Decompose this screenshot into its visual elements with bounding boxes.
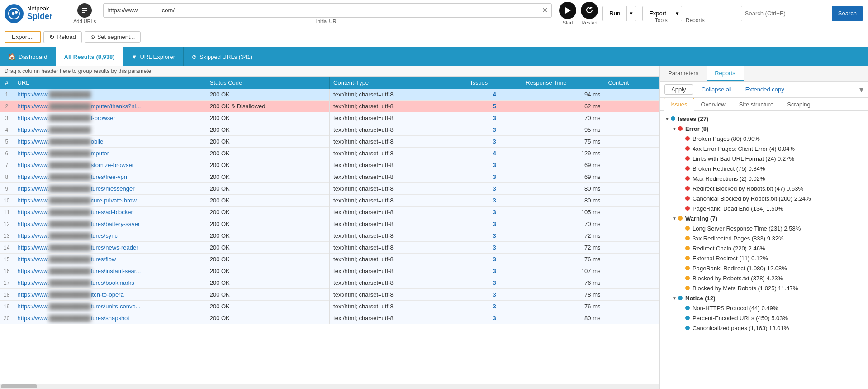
cell-url[interactable]: https://www.██████████mputer [14,148,206,159]
table-row[interactable]: 3https://www.██████████t-browser200 OKte… [0,112,659,124]
cell-issues[interactable]: 3 [467,218,522,230]
tree-notice-section[interactable]: ▼ Notice (12) [660,293,868,303]
table-row[interactable]: 11https://www.██████████tures/ad-blocker… [0,207,659,218]
table-row[interactable]: 19https://www.██████████tures/units-conv… [0,301,659,312]
tree-pagerank-redirect[interactable]: PageRank: Redirect (1,080) 12.08% [660,263,868,273]
table-row[interactable]: 14https://www.██████████tures/news-reade… [0,242,659,254]
right-tab-reports[interactable]: Reports [707,66,744,81]
cell-issues[interactable]: 3 [467,112,522,124]
table-row[interactable]: 13https://www.██████████tures/sync200 OK… [0,230,659,242]
tree-external-redirect[interactable]: External Redirect (11) 0.12% [660,253,868,263]
cell-url[interactable]: https://www.██████████tures/units-conve.… [14,301,206,312]
table-row[interactable]: 15https://www.██████████tures/flow200 OK… [0,254,659,265]
tree-percent-encoded[interactable]: Percent-Encoded URLs (450) 5.03% [660,313,868,323]
tree-pagerank-dead-end[interactable]: PageRank: Dead End (134) 1.50% [660,203,868,213]
tab-dashboard[interactable]: 🏠 Dashboard [0,47,56,66]
extended-copy-button[interactable]: Extended copy [740,84,789,95]
table-container[interactable]: # URL Status Code Content-Type Issues Re… [0,77,659,384]
search-button[interactable]: Search [832,6,863,21]
cell-url[interactable]: https://www.██████████tures/instant-sear… [14,265,206,277]
clear-url-button[interactable]: ✕ [542,7,548,14]
cell-url[interactable]: https://www.██████████stomize-browser [14,159,206,171]
col-content[interactable]: Content [604,77,659,89]
cell-issues[interactable]: 3 [467,254,522,265]
cell-url[interactable]: https://www.██████████tures/free-vpn [14,171,206,183]
cell-url[interactable]: https://www.██████████cure-private-brow.… [14,195,206,207]
cell-url[interactable]: https://www.██████████t-browser [14,112,206,124]
tree-root-issues[interactable]: ▼ Issues (27) [660,114,868,124]
add-urls-button[interactable]: Add URLs [73,3,96,24]
reload-button[interactable]: ↻ Reload [43,31,81,43]
export-dropdown-arrow[interactable]: ▾ [673,6,682,21]
table-row[interactable]: 17https://www.██████████tures/bookmarks2… [0,277,659,289]
cell-issues[interactable]: 4 [467,148,522,159]
cell-url[interactable]: https://www.██████████tures/news-reader [14,242,206,254]
tree-max-redirections[interactable]: Max Redirections (2) 0.02% [660,173,868,183]
cell-issues[interactable]: 3 [467,195,522,207]
run-label[interactable]: Run [603,6,627,21]
cell-url[interactable]: https://www.██████████tures/battery-save… [14,218,206,230]
cell-issues[interactable]: 3 [467,242,522,254]
search-bar[interactable]: Search [741,6,863,21]
table-row[interactable]: 5https://www.██████████obile200 OKtext/h… [0,136,659,148]
col-issues[interactable]: Issues [467,77,522,89]
table-row[interactable]: 18https://www.██████████itch-to-opera200… [0,289,659,301]
table-row[interactable]: 10https://www.██████████cure-private-bro… [0,195,659,207]
cell-issues[interactable]: 3 [467,301,522,312]
sub-tab-scraping[interactable]: Scraping [780,98,817,111]
col-content-type[interactable]: Content-Type [330,77,467,89]
cell-url[interactable]: https://www.██████████tures/bookmarks [14,277,206,289]
sub-tab-site-structure[interactable]: Site structure [732,98,781,111]
col-url[interactable]: URL [14,77,206,89]
cell-url[interactable]: https://www.██████████tures/sync [14,230,206,242]
cell-issues[interactable]: 3 [467,159,522,171]
tree-non-https[interactable]: Non-HTTPS Protocol (44) 0.49% [660,303,868,313]
cell-url[interactable]: https://www.██████████tures/ad-blocker [14,207,206,218]
horizontal-scrollbar[interactable] [0,384,659,389]
tree-3xx-redirected[interactable]: 3xx Redirected Pages (833) 9.32% [660,233,868,243]
cell-issues[interactable]: 4 [467,89,522,101]
table-row[interactable]: 7https://www.██████████stomize-browser20… [0,159,659,171]
table-row[interactable]: 8https://www.██████████tures/free-vpn200… [0,171,659,183]
tree-error-section[interactable]: ▼ Error (8) [660,124,868,134]
restart-button[interactable]: Restart [581,2,598,25]
scrollbar-thumb[interactable] [1,384,37,388]
tree-canonicalized-pages[interactable]: Canonicalized pages (1,163) 13.01% [660,323,868,333]
table-row[interactable]: 16https://www.██████████tures/instant-se… [0,265,659,277]
table-row[interactable]: 9https://www.██████████tures/messenger20… [0,183,659,195]
cell-url[interactable]: https://www.██████████ [14,124,206,136]
set-segment-button[interactable]: ⊙ Set segment... [85,31,141,43]
right-tab-parameters[interactable]: Parameters [660,66,707,81]
tab-url-explorer[interactable]: ▼ URL Explorer [123,47,184,66]
cell-url[interactable]: https://www.██████████tures/snapshot [14,312,206,324]
cell-issues[interactable]: 3 [467,289,522,301]
table-row[interactable]: 2https://www.██████████mputer/thanks?ni.… [0,101,659,112]
run-dropdown-arrow[interactable]: ▾ [627,6,636,21]
cell-issues[interactable]: 3 [467,312,522,324]
tab-all-results[interactable]: All Results (8,938) [56,47,123,66]
cell-issues[interactable]: 3 [467,277,522,289]
cell-issues[interactable]: 3 [467,136,522,148]
start-button[interactable]: Start [559,2,576,25]
tree-blocked-robots[interactable]: Blocked by Robots.txt (378) 4.23% [660,273,868,283]
table-row[interactable]: 4https://www.██████████200 OKtext/html; … [0,124,659,136]
cell-issues[interactable]: 3 [467,171,522,183]
tree-redirect-chain[interactable]: Redirect Chain (220) 2.46% [660,243,868,253]
cell-url[interactable]: https://www.██████████tures/flow [14,254,206,265]
issues-tree[interactable]: ▼ Issues (27) ▼ Error (8) Broken Pages (… [660,111,868,389]
cell-url[interactable]: https://www.██████████itch-to-opera [14,289,206,301]
collapse-all-button[interactable]: Collapse all [697,84,737,95]
cell-url[interactable]: https://www.██████████ [14,89,206,101]
tree-long-server[interactable]: Long Server Response Time (231) 2.58% [660,223,868,233]
cell-url[interactable]: https://www.██████████mputer/thanks?ni..… [14,101,206,112]
tree-broken-redirect[interactable]: Broken Redirect (75) 0.84% [660,163,868,173]
table-row[interactable]: 1https://www.██████████200 OKtext/html; … [0,89,659,101]
url-input[interactable] [107,7,542,14]
col-status[interactable]: Status Code [206,77,329,89]
cell-issues[interactable]: 3 [467,265,522,277]
table-row[interactable]: 20https://www.██████████tures/snapshot20… [0,312,659,324]
tree-blocked-meta[interactable]: Blocked by Meta Robots (1,025) 11.47% [660,283,868,293]
url-bar[interactable]: ✕ [103,3,552,18]
cell-issues[interactable]: 3 [467,230,522,242]
apply-button[interactable]: Apply [664,84,693,95]
